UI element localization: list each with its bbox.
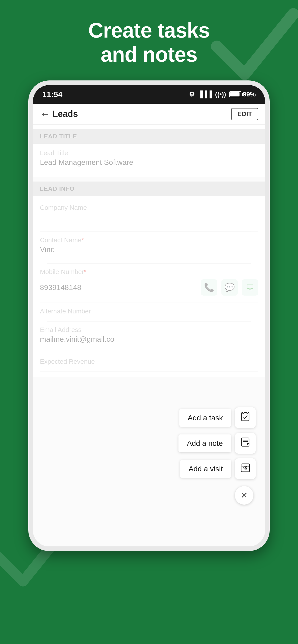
mobile-actions: 📞 💬 🗨	[201, 279, 258, 296]
status-time: 11:54	[42, 90, 63, 99]
svg-rect-3	[242, 438, 249, 446]
back-arrow-icon[interactable]: ←	[40, 108, 50, 120]
svg-point-10	[245, 466, 246, 468]
battery-indicator: 99%	[229, 91, 256, 98]
contact-name-value[interactable]: Vinit	[40, 245, 258, 254]
nav-back[interactable]: ← Leads	[40, 108, 78, 120]
lead-info-section-content: Company Name Contact Name* Vinit	[33, 196, 265, 377]
add-visit-icon-button[interactable]	[235, 458, 256, 479]
nav-bar: ← Leads EDIT	[33, 104, 265, 124]
status-bar: 11:54 ⚙ ▐▐▐ ((•)) 99%	[33, 85, 265, 104]
add-note-button[interactable]: Add a note	[178, 434, 231, 452]
bluetooth-icon: ⚙	[189, 91, 195, 98]
mobile-number-value[interactable]: 8939148148	[40, 283, 81, 292]
battery-fill	[230, 92, 239, 96]
floating-action-menu: Add a task	[178, 407, 256, 505]
phone-mockup: 11:54 ⚙ ▐▐▐ ((•)) 99% ← Le	[28, 80, 270, 551]
contact-name-field: Contact Name* Vinit	[40, 232, 258, 263]
svg-rect-1	[242, 412, 244, 413]
lead-info-section-header: LEAD INFO	[33, 182, 265, 196]
sms-icon: 🗨	[246, 282, 254, 292]
phone-screen: 11:54 ⚙ ▐▐▐ ((•)) 99% ← Le	[33, 85, 265, 546]
lead-info-header-text: LEAD INFO	[40, 185, 75, 192]
battery-percent: 99%	[243, 91, 256, 98]
battery-icon	[229, 91, 241, 97]
expected-revenue-field: Expected Revenue	[40, 353, 258, 372]
close-icon: ✕	[241, 490, 248, 500]
close-fab-button[interactable]: ✕	[235, 486, 253, 505]
lead-title-field-label: Lead Title	[40, 149, 258, 157]
edit-button[interactable]: EDIT	[231, 108, 258, 120]
visit-icon	[240, 462, 250, 475]
mobile-number-label: Mobile Number*	[40, 268, 258, 276]
add-visit-button[interactable]: Add a visit	[180, 460, 231, 478]
status-icons: ⚙ ▐▐▐ ((•)) 99%	[189, 91, 256, 98]
nav-title: Leads	[53, 109, 78, 119]
expected-revenue-label: Expected Revenue	[40, 358, 258, 365]
phone-icon: 📞	[204, 282, 214, 292]
content-area: LEAD TITLE Lead Title Lead Management So…	[33, 129, 265, 546]
lead-title-section-header: LEAD TITLE	[33, 129, 265, 144]
mobile-field-row: 8939148148 📞 💬 🗨	[40, 277, 258, 298]
mobile-number-field: Mobile Number* 8939148148 📞 💬	[40, 264, 258, 303]
company-name-value[interactable]	[40, 213, 258, 224]
sms-button[interactable]: 🗨	[242, 279, 258, 296]
note-icon	[240, 437, 250, 450]
alternate-number-label: Alternate Number	[40, 308, 258, 315]
add-note-row: Add a note	[178, 433, 256, 454]
phone-mockup-wrapper: 11:54 ⚙ ▐▐▐ ((•)) 99% ← Le	[0, 80, 298, 551]
lead-title-section-content: Lead Title Lead Management Software	[33, 144, 265, 177]
contact-name-label: Contact Name*	[40, 236, 258, 244]
task-icon	[240, 412, 250, 424]
lead-title-header-text: LEAD TITLE	[40, 133, 77, 140]
email-address-value[interactable]: mailme.vinit@gmail.co	[40, 335, 258, 344]
signal-bars-icon: ▐▐▐	[198, 91, 212, 98]
email-address-label: Email Address	[40, 326, 258, 334]
wifi-icon: ((•))	[215, 91, 226, 98]
company-name-label: Company Name	[40, 204, 258, 212]
add-task-button[interactable]: Add a task	[179, 409, 231, 427]
add-visit-row: Add a visit	[180, 458, 256, 479]
alternate-number-field: Alternate Number	[40, 303, 258, 321]
lead-title-field-value[interactable]: Lead Management Software	[40, 158, 258, 167]
svg-rect-0	[242, 412, 249, 421]
company-name-field: Company Name	[40, 202, 258, 232]
add-note-icon-button[interactable]	[235, 433, 256, 454]
email-address-field: Email Address mailme.vinit@gmail.co	[40, 322, 258, 353]
svg-rect-2	[247, 412, 248, 413]
whatsapp-button[interactable]: 💬	[221, 279, 238, 296]
add-task-icon-button[interactable]	[235, 407, 256, 428]
call-button[interactable]: 📞	[201, 279, 217, 296]
whatsapp-icon: 💬	[224, 282, 235, 292]
add-task-row: Add a task	[179, 407, 256, 428]
